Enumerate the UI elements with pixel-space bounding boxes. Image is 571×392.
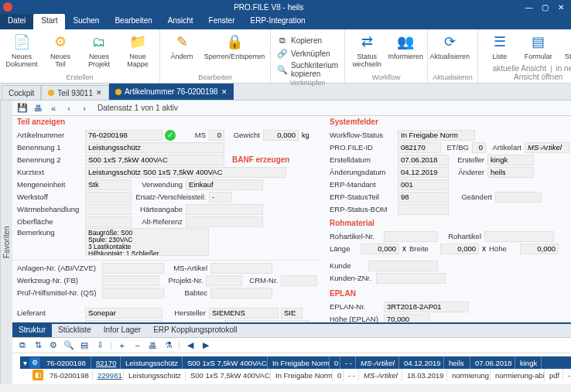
ersteller-field[interactable]: kingk (487, 155, 534, 165)
tool-icon[interactable]: ⇩ (94, 340, 105, 351)
oberflaeche-field[interactable] (85, 216, 132, 227)
banf-erzeugen-link[interactable]: BANF erzeugen (232, 155, 289, 164)
neues-projekt-button[interactable]: 🗂Neues Projekt (82, 31, 116, 68)
btab-stueckliste[interactable]: Stückliste (52, 324, 97, 337)
nav-first-icon[interactable]: « (48, 103, 59, 114)
laenge-field[interactable]: 0,000 (361, 244, 399, 254)
etbg-field[interactable]: 0 (472, 142, 486, 153)
tree-row-child[interactable]: ◧ 76-0200198 229981 Leistungsschütz S00 … (32, 369, 571, 381)
artikelart-field[interactable]: MS-Artikel (525, 142, 569, 153)
maximize-button[interactable]: ▢ (538, 3, 552, 12)
status-wechseln-button[interactable]: ⇄Status wechseln (350, 31, 384, 68)
close-icon[interactable]: ✕ (221, 88, 227, 96)
mengeneinheit-field[interactable]: Stk (85, 179, 132, 190)
print-icon[interactable]: 🖶 (32, 103, 43, 114)
tool-icon[interactable]: ⇅ (32, 340, 43, 351)
aenderer-field[interactable]: heils (487, 167, 534, 178)
crm-field[interactable] (281, 275, 317, 286)
menu-erp[interactable]: ERP-Integration (242, 14, 313, 29)
nav-prev-icon[interactable]: ‹ (63, 103, 74, 114)
btab-struktur[interactable]: Struktur (12, 324, 52, 337)
close-button[interactable]: ✕ (554, 3, 568, 12)
menu-fenster[interactable]: Fenster (201, 14, 243, 29)
altreferenz-field[interactable] (186, 216, 263, 227)
kurztext-field[interactable]: Leistungsschütz S00 1xS 7,5kW 400VAC (85, 167, 286, 178)
tab-artikelnummer[interactable]: Artikelnummer 76-0200198✕ (109, 84, 234, 100)
formular-button[interactable]: ▤Formular (521, 31, 556, 60)
werkzeug-field[interactable] (102, 275, 159, 286)
menu-start[interactable]: Start (33, 14, 65, 29)
nav-next-icon[interactable]: › (79, 103, 90, 114)
menu-bearbeiten[interactable]: Bearbeiten (107, 14, 159, 29)
neues-teil-button[interactable]: ⚙Neues Teil (43, 31, 77, 68)
hersteller-field[interactable]: SIEMENS (209, 308, 279, 319)
rohartikel-field[interactable] (484, 231, 554, 242)
favoriten-side-tab[interactable]: Favoriten (0, 101, 12, 384)
benennung2-field[interactable]: S00 1xS 7,5kW 400VAC (85, 155, 224, 165)
struktur-button[interactable]: 𓏢Struktur (560, 31, 571, 60)
tool-icon[interactable]: ▤ (79, 340, 90, 351)
informieren-button[interactable]: 👥Informieren (388, 31, 422, 60)
hersteller-code-field[interactable]: SIE (281, 308, 303, 319)
tool-icon[interactable]: ⧉ (17, 340, 28, 351)
kopieren-button[interactable]: ⧉Kopieren (275, 34, 340, 46)
filter-icon[interactable]: ⚗ (163, 340, 174, 351)
erpstatusteil-field[interactable]: 98 (398, 192, 449, 203)
nav-icon[interactable]: ◀ (185, 340, 196, 351)
menu-datei[interactable]: Datei (0, 14, 33, 29)
breite-field[interactable]: 0,000 (440, 244, 479, 254)
werkstoff-field[interactable] (85, 192, 132, 203)
workflow-status-field[interactable]: In Freigabe Norm (398, 130, 475, 141)
expander-icon[interactable]: ▾ (20, 359, 29, 367)
erpmandant-field[interactable]: 001 (398, 179, 449, 190)
verknuepfen-button[interactable]: 🔗Verknüpfen (275, 47, 340, 60)
pruef-field[interactable] (102, 288, 164, 298)
eplan-hoehe-field[interactable]: 70,000 (384, 314, 430, 323)
close-icon[interactable]: ✕ (96, 89, 102, 97)
kunde-field[interactable] (368, 261, 438, 271)
suchkriterium-button[interactable]: 🔍Suchkriterium kopieren (275, 60, 340, 79)
id-link[interactable]: 229981 (93, 369, 124, 381)
tab-teil[interactable]: Teil 93011✕ (41, 85, 109, 100)
profileid-field[interactable]: 082170 (398, 142, 441, 153)
erpstatusbom-field[interactable] (398, 204, 449, 215)
neues-dokument-button[interactable]: 📄Neues Dokument (5, 31, 39, 68)
haerte-field[interactable] (186, 204, 263, 215)
id-link[interactable]: 82170 (91, 356, 121, 369)
msartikel-field[interactable] (210, 263, 272, 274)
kunden-znr-field[interactable] (376, 273, 446, 284)
liefteil-field[interactable]: 0784306 (85, 320, 162, 323)
tool-icon[interactable]: + (117, 340, 128, 351)
projekt-field[interactable] (206, 275, 242, 286)
artikelnummer-field[interactable]: 76-0200198 (85, 130, 162, 141)
gewicht-field[interactable]: 0,000 (263, 130, 299, 141)
tab-cockpit[interactable]: Cockpit (2, 85, 41, 100)
geaendert-field[interactable] (495, 192, 542, 203)
waerme-field[interactable] (85, 204, 132, 215)
sperren-button[interactable]: 🔒Sperren/Entsperren (203, 31, 265, 60)
verwendung-field[interactable]: Einkauf (186, 179, 263, 190)
aktualisieren-button[interactable]: ⟳Aktualisieren (433, 31, 467, 60)
tool-icon[interactable]: 🔍 (63, 340, 74, 351)
btab-erp[interactable]: ERP Kopplungsprotokoll (147, 324, 243, 337)
hoehe-field[interactable]: 0,000 (520, 244, 559, 254)
babtec-field[interactable] (210, 288, 272, 298)
erstelldatum-field[interactable]: 07.06.2018 (398, 155, 449, 165)
btab-infor-lager[interactable]: Infor Lager (97, 324, 147, 337)
ersatz-field[interactable]: - (209, 192, 232, 203)
eplan-nr-field[interactable]: 3RT2018-2AP01 (384, 302, 469, 312)
save-icon[interactable]: 💾 (17, 103, 28, 114)
bemerkung-field[interactable]: Baugröße: S00 Spule: 230VAC 3 Lastkontak… (85, 228, 209, 256)
ms-field[interactable]: 0 (209, 130, 224, 141)
nav-icon[interactable]: ▶ (200, 340, 211, 351)
lieferant-field[interactable]: Sonepar (85, 308, 162, 319)
menu-ansicht[interactable]: Ansicht (160, 14, 201, 29)
rohartikel-nr-field[interactable] (384, 231, 438, 242)
neue-mappe-button[interactable]: 📁Neue Mappe (121, 31, 155, 68)
aenderungsdatum-field[interactable]: 04.12.2019 (398, 167, 449, 178)
anlagen-field[interactable] (102, 263, 164, 274)
print-icon[interactable]: 🖶 (148, 340, 159, 351)
tree-row-parent[interactable]: ▾ ⚙ 76-0200198 82170 Leistungsschütz S00… (20, 356, 571, 369)
aendern-button[interactable]: ✎Ändern (165, 31, 199, 60)
minimize-button[interactable]: — (521, 3, 535, 12)
